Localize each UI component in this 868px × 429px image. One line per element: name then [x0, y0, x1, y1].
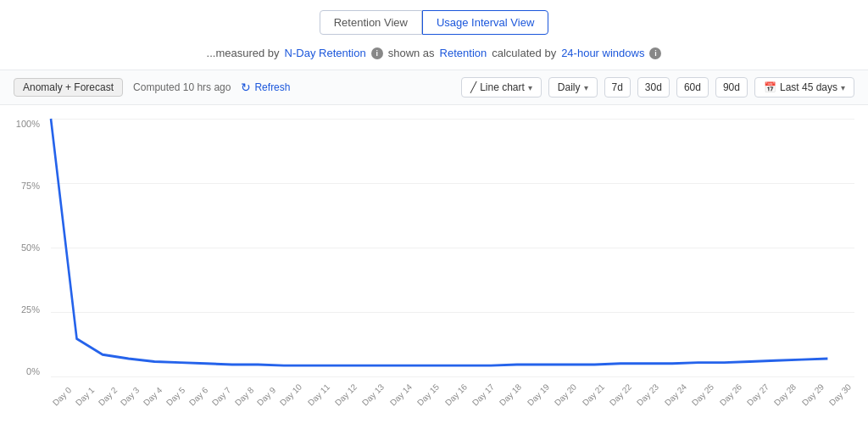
- x-label-day30: Day 30: [827, 382, 853, 408]
- toolbar-right: ╱ Line chart ▾ Daily ▾ 7d 30d 60d 90d 📅 …: [461, 77, 854, 98]
- x-label-day19: Day 19: [526, 382, 551, 408]
- frequency-select[interactable]: Daily ▾: [548, 77, 598, 98]
- x-label-day25: Day 25: [690, 382, 715, 408]
- x-label-day10: Day 10: [278, 382, 303, 408]
- x-label-day13: Day 13: [360, 382, 386, 408]
- frequency-label: Daily: [558, 81, 581, 93]
- info-icon-1[interactable]: i: [371, 47, 383, 59]
- x-label-day8: Day 8: [233, 386, 255, 408]
- x-label-day3: Day 3: [119, 386, 141, 408]
- refresh-button[interactable]: ↻ Refresh: [241, 81, 290, 94]
- 90d-button[interactable]: 90d: [715, 77, 748, 98]
- y-axis: 100% 75% 50% 25% 0%: [0, 119, 47, 376]
- measured-by-label: ...measured by: [207, 47, 280, 59]
- x-label-day4: Day 4: [142, 386, 164, 408]
- x-label-day20: Day 20: [553, 382, 578, 408]
- x-label-day2: Day 2: [97, 386, 119, 408]
- 60d-button[interactable]: 60d: [676, 77, 709, 98]
- x-label-day29: Day 29: [800, 382, 826, 408]
- x-label-day16: Day 16: [443, 382, 469, 408]
- x-label-day7: Day 7: [210, 386, 232, 408]
- y-label-50: 50%: [21, 242, 40, 253]
- x-label-day22: Day 22: [608, 382, 633, 408]
- retention-chart: [51, 119, 854, 376]
- x-label-day6: Day 6: [187, 386, 209, 408]
- x-label-day26: Day 26: [718, 382, 743, 408]
- x-axis: Day 0 Day 1 Day 2 Day 3 Day 4 Day 5 Day …: [51, 401, 854, 410]
- top-tabs-container: Retention View Usage Interval View: [0, 0, 868, 42]
- x-label-day27: Day 27: [745, 382, 771, 408]
- 30d-button[interactable]: 30d: [637, 77, 670, 98]
- y-label-75: 75%: [21, 181, 40, 191]
- x-label-day28: Day 28: [772, 382, 798, 408]
- chart-type-caret: ▾: [528, 83, 532, 92]
- refresh-icon: ↻: [241, 81, 251, 94]
- windows-link[interactable]: 24-hour windows: [561, 47, 644, 59]
- x-label-day17: Day 17: [470, 382, 496, 408]
- date-range-caret: ▾: [841, 83, 845, 92]
- line-chart-icon: ╱: [470, 81, 476, 93]
- 7d-button[interactable]: 7d: [604, 77, 631, 98]
- x-label-day1: Day 1: [74, 386, 96, 408]
- chart-type-label: Line chart: [480, 81, 525, 93]
- x-label-day14: Day 14: [388, 382, 414, 408]
- retention-view-tab[interactable]: Retention View: [320, 10, 422, 35]
- x-label-day21: Day 21: [581, 382, 606, 408]
- toolbar: Anomaly + Forecast Computed 10 hrs ago ↻…: [0, 70, 868, 105]
- date-range-button[interactable]: 📅 Last 45 days ▾: [754, 77, 854, 98]
- y-label-0: 0%: [26, 366, 40, 376]
- x-label-day18: Day 18: [498, 382, 523, 408]
- shown-as-label: shown as: [388, 47, 435, 59]
- refresh-label: Refresh: [254, 81, 290, 93]
- x-label-day0: Day 0: [51, 386, 73, 408]
- x-label-day5: Day 5: [164, 386, 186, 408]
- usage-interval-view-tab[interactable]: Usage Interval View: [422, 10, 548, 35]
- chart-area: 100% 75% 50% 25% 0% Day 0 Day 1 Day 2 Da…: [0, 105, 868, 427]
- frequency-caret: ▾: [584, 83, 588, 92]
- calendar-icon: 📅: [764, 81, 776, 93]
- x-label-day15: Day 15: [415, 382, 441, 408]
- retention-link[interactable]: Retention: [440, 47, 487, 59]
- date-range-label: Last 45 days: [780, 81, 837, 93]
- anomaly-forecast-badge: Anomaly + Forecast: [14, 78, 123, 97]
- subtitle-bar: ...measured by N-Day Retention i shown a…: [0, 42, 868, 70]
- x-label-day11: Day 11: [306, 382, 331, 408]
- chart-type-select[interactable]: ╱ Line chart ▾: [461, 77, 542, 98]
- x-label-day24: Day 24: [663, 382, 688, 408]
- chart-inner: [51, 119, 854, 376]
- y-label-100: 100%: [16, 119, 40, 129]
- info-icon-2[interactable]: i: [649, 47, 661, 59]
- computed-text: Computed 10 hrs ago: [133, 81, 231, 93]
- n-day-retention-link[interactable]: N-Day Retention: [285, 47, 366, 59]
- x-label-day23: Day 23: [635, 382, 660, 408]
- x-label-day9: Day 9: [255, 386, 277, 408]
- calculated-by-label: calculated by: [492, 47, 556, 59]
- y-label-25: 25%: [21, 304, 40, 315]
- x-label-day12: Day 12: [333, 382, 359, 408]
